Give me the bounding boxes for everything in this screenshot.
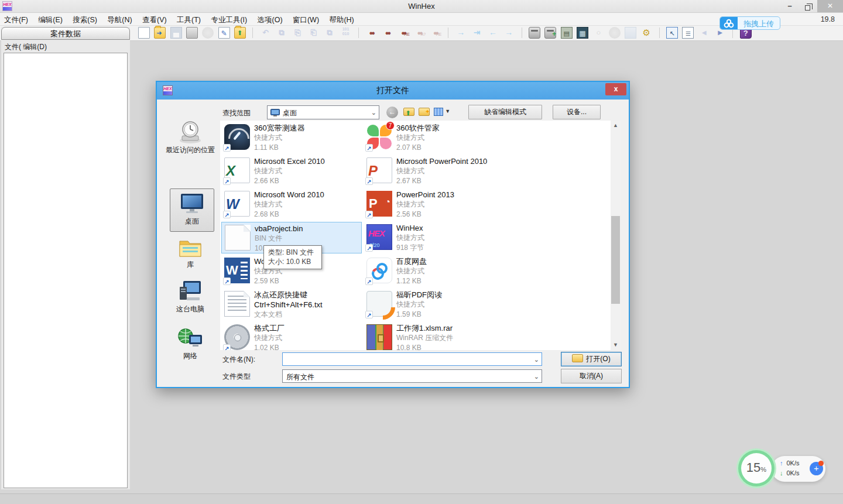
combo-dropdown-icon[interactable]: ⌄ xyxy=(534,356,539,364)
case-data-tab[interactable]: 案件数据 xyxy=(1,27,130,40)
badge-count: 7 xyxy=(386,121,395,130)
progress-ring[interactable]: 15% xyxy=(738,450,775,486)
up-level-button[interactable] xyxy=(402,105,416,119)
back-icon[interactable]: ← xyxy=(487,27,499,39)
file-type-combobox[interactable]: 所有文件 ⌄ xyxy=(282,369,542,383)
file-item[interactable]: Microsoft PowerPoint 2010快捷方式2.67 KB xyxy=(364,155,504,187)
details-view-icon[interactable] xyxy=(682,27,694,39)
cancel-button[interactable]: 取消(A) xyxy=(561,369,622,383)
file-item[interactable]: 7 360软件管家快捷方式2.07 KB xyxy=(364,122,504,153)
find-text-icon[interactable] xyxy=(365,27,377,39)
file-item[interactable]: 工作簿1.xlsm.rarWinRAR 压缩文件10.8 KB xyxy=(364,322,504,350)
menu-view[interactable]: 查看(V) xyxy=(138,13,171,25)
scroll-up-icon[interactable]: ▲ xyxy=(611,121,621,131)
place-libraries[interactable]: 库 xyxy=(162,236,219,269)
open-disk-icon[interactable] xyxy=(529,27,540,39)
menu-edit[interactable]: 编辑(E) xyxy=(34,13,67,25)
recent-places-icon xyxy=(177,121,203,144)
file-item[interactable]: PowerPoint 2013快捷方式2.56 KB xyxy=(364,188,504,220)
winhex-window: HEX WinHex 文件(F) 编辑(E) 搜索(S) 导航(N) 查看(V)… xyxy=(0,0,843,504)
default-edit-mode-button[interactable]: 缺省编辑模式 xyxy=(468,105,542,119)
goto-offset-icon[interactable]: → xyxy=(455,27,467,39)
file-list: 360宽带测速器快捷方式1.11 KB Microsoft Excel 2010… xyxy=(220,121,621,350)
dialog-close-button[interactable]: x xyxy=(605,83,626,95)
window-title: WinHex xyxy=(0,2,843,11)
file-item[interactable]: 格式工厂快捷方式1.02 KB xyxy=(221,322,362,350)
find-again-icon[interactable] xyxy=(382,27,393,39)
file-item[interactable]: 福昕PDF阅读快捷方式1.59 KB xyxy=(364,289,504,320)
shortcut-badge-icon xyxy=(365,211,373,218)
minimize-button[interactable] xyxy=(781,0,799,12)
edit-properties-icon[interactable] xyxy=(218,27,230,39)
calculator-icon[interactable] xyxy=(577,27,588,39)
copy-icon: ⧉ xyxy=(276,27,287,39)
views-menu-button[interactable]: ▼ xyxy=(432,105,452,119)
shortcut-badge-icon xyxy=(223,277,231,285)
dialog-header-row: 查找范围 桌面 ⌄ ← ▼ 缺省编辑模式 设备... xyxy=(157,104,629,120)
export-icon xyxy=(202,27,214,39)
scroll-down-icon[interactable]: ▼ xyxy=(611,340,621,350)
gallery-icon xyxy=(625,27,636,39)
place-label: 桌面 xyxy=(170,217,214,227)
menu-specialist[interactable]: 专业工具(I) xyxy=(207,13,251,25)
new-file-icon[interactable] xyxy=(138,27,150,39)
menu-file[interactable]: 文件(F) xyxy=(0,13,32,25)
clone-disk-icon[interactable] xyxy=(544,27,556,39)
place-label: 库 xyxy=(162,260,219,269)
file-item[interactable]: Microsoft Word 2010快捷方式2.68 KB xyxy=(221,188,362,220)
title-bar: HEX WinHex xyxy=(0,0,843,13)
goto-again-icon[interactable]: ⇥ xyxy=(471,27,483,39)
file-item[interactable]: 冰点还原快捷键Ctrl+Shift+Alt+F6.txt文本文档 xyxy=(221,289,362,320)
dialog-title-bar: HEX 打开文件 x xyxy=(157,82,629,100)
menu-navigation[interactable]: 导航(N) xyxy=(103,13,136,25)
tooltip-size: 大小: 10.0 KB xyxy=(268,257,317,266)
add-task-button[interactable]: + xyxy=(810,462,823,475)
look-in-combobox[interactable]: 桌面 ⌄ xyxy=(267,105,379,119)
place-desktop-selected-box[interactable]: 桌面 xyxy=(170,188,214,232)
tooltip-type: 类型: BIN 文件 xyxy=(268,248,317,257)
place-network[interactable]: 网络 xyxy=(162,327,219,361)
file-item[interactable]: WinHex快捷方式918 字节 xyxy=(364,222,504,253)
select-window-icon[interactable] xyxy=(666,27,678,39)
options-icon[interactable] xyxy=(640,27,652,39)
open-button[interactable]: 打开(O) xyxy=(561,352,622,366)
case-panel-menu[interactable]: 文件( 编辑(D) xyxy=(5,42,47,52)
forward-icon[interactable]: → xyxy=(503,27,515,39)
menu-tools[interactable]: 工具(T) xyxy=(173,13,205,25)
copy-as-hex-icon: 101010 xyxy=(340,27,351,39)
open-file-icon[interactable] xyxy=(154,27,166,39)
shortcut-badge-icon xyxy=(365,311,373,318)
import-backup-icon[interactable] xyxy=(234,27,246,39)
speed-widget[interactable]: ↑0K/s ↓0K/s + xyxy=(772,456,825,482)
shortcut-badge-icon xyxy=(365,177,373,185)
file-name-input[interactable]: ⌄ xyxy=(282,352,542,366)
magnifier-icon xyxy=(592,27,604,39)
place-this-pc[interactable]: 这台电脑 xyxy=(162,280,219,314)
look-in-value: 桌面 xyxy=(283,108,297,118)
file-list-scrollbar[interactable]: ▲ ▼ xyxy=(611,121,621,350)
menu-window[interactable]: 窗口(W) xyxy=(289,13,323,25)
menu-help[interactable]: 帮助(H) xyxy=(325,13,358,25)
back-nav-button[interactable]: ← xyxy=(385,105,399,119)
drag-upload-button[interactable]: 拖拽上传 xyxy=(719,16,780,30)
restore-button[interactable] xyxy=(799,0,816,12)
close-button[interactable] xyxy=(817,0,843,12)
status-bar xyxy=(0,493,843,504)
place-recent[interactable]: 最近访问的位置 xyxy=(162,121,219,155)
scrollbar-thumb[interactable] xyxy=(611,216,620,304)
menu-search[interactable]: 搜索(S) xyxy=(68,13,101,25)
file-item[interactable]: Microsoft Excel 2010快捷方式2.66 KB xyxy=(221,155,362,187)
case-file-list[interactable] xyxy=(4,53,128,488)
open-ram-icon[interactable] xyxy=(561,27,573,39)
shortcut-badge-icon xyxy=(223,177,231,185)
combo-dropdown-icon[interactable]: ⌄ xyxy=(371,109,376,116)
combo-dropdown-icon[interactable]: ⌄ xyxy=(534,373,539,380)
print-icon[interactable] xyxy=(186,27,198,39)
new-folder-button[interactable] xyxy=(417,105,431,119)
device-button[interactable]: 设备... xyxy=(553,105,601,119)
find-hex-icon[interactable] xyxy=(397,27,409,39)
file-item[interactable]: 360宽带测速器快捷方式1.11 KB xyxy=(221,122,362,153)
menu-options[interactable]: 选项(O) xyxy=(253,13,287,25)
file-item[interactable]: 百度网盘快捷方式1.12 KB xyxy=(364,255,504,287)
drag-upload-label: 拖拽上传 xyxy=(738,19,780,29)
